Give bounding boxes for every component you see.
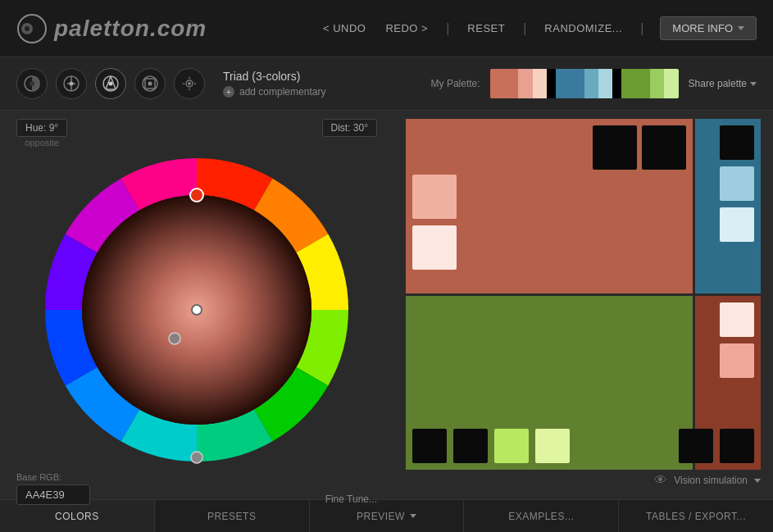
svg-point-16 [148,82,152,86]
tetrad-svg [141,75,159,93]
scheme-info: Triad (3-colors) + add complementary [223,70,325,98]
palette-color-6 [584,69,598,98]
palette-color-5 [556,69,584,98]
mini-swatch-green-light [494,429,529,463]
tab-tables-label: TABLES / EXPORT... [646,511,746,522]
palette-strip[interactable] [490,69,679,98]
settings-svg [180,75,198,93]
mini-swatch-green-black-1 [412,429,447,463]
undo-button[interactable]: < UNDO [321,19,367,38]
more-info-button[interactable]: MORE INFO [660,16,757,40]
more-info-label: MORE INFO [672,22,733,34]
nav-divider2: | [523,21,526,36]
mini-swatch-teal-black [720,125,754,160]
nav-divider1: | [446,21,449,36]
my-palette-label: My Palette: [431,78,480,89]
primary-marker[interactable] [190,189,203,202]
tool-triad-icon[interactable] [95,68,126,99]
hue-control: Hue: 9° opposite [16,119,67,148]
wheel-center-dot [192,305,202,315]
mini-swatch-black-1 [593,125,637,170]
tool-settings-icon[interactable] [174,68,205,99]
mini-swatch-brown-light-1 [720,302,754,337]
chevron-down-icon [738,26,744,30]
color-wheel-svg [41,154,352,466]
logo-italic: paletton [54,16,150,41]
main-content: Hue: 9° opposite Dist: 30° [0,111,773,499]
swatch-main-terracotta [406,119,693,293]
tab-examples[interactable]: EXAMPLES... [464,500,619,532]
logo-text: paletton.com [54,16,207,42]
nav-divider3: | [640,21,643,36]
base-rgb-group: Base RGB: AA4E39 [16,472,90,505]
vision-simulation-label[interactable]: Vision simulation [674,475,748,486]
left-panel: Hue: 9° opposite Dist: 30° [0,111,393,499]
toolbar: Triad (3-colors) + add complementary My … [0,57,773,111]
tab-tables[interactable]: TABLES / EXPORT... [619,500,773,532]
header: paletton.com < UNDO REDO > | RESET | RAN… [0,0,773,57]
adjacent-svg [62,75,80,93]
triad-svg [102,75,120,93]
plus-icon: + [223,86,234,98]
mini-swatch-lighter-1 [412,225,457,270]
share-palette-button[interactable]: Share palette [689,78,757,89]
mini-swatch-green-black-2 [453,429,488,463]
scheme-title: Triad (3-colors) [223,70,325,83]
eye-icon: 👁 [654,473,667,488]
swatch-block-terracotta[interactable] [406,119,693,293]
palette-strip-area: My Palette: Share palette [431,69,757,98]
svg-point-18 [188,82,191,85]
tab-examples-label: EXAMPLES... [508,511,574,522]
vision-bar: 👁 Vision simulation [406,473,761,488]
palette-color-9 [621,69,650,98]
mini-swatch-brown-light-2 [720,343,754,378]
hue-sub-label: opposite [16,138,67,148]
palette-color-2 [518,69,532,98]
mono-svg [23,75,41,93]
mini-swatch-brown-black-1 [720,429,754,463]
randomize-button[interactable]: RANDOMIZE... [543,19,624,38]
swatch-block-teal[interactable] [695,119,761,293]
fine-tune-button[interactable]: Fine Tune... [325,493,377,505]
swatches-container [406,119,761,470]
dist-control: Dist: 30° [322,119,377,148]
gray-marker1[interactable] [169,333,180,344]
hue-box[interactable]: Hue: 9° [16,119,67,137]
reset-button[interactable]: RESET [466,19,507,38]
mini-swatch-black-2 [642,125,686,170]
color-wheel-container[interactable] [41,154,352,466]
dist-box[interactable]: Dist: 30° [322,119,377,137]
redo-button[interactable]: REDO > [384,19,430,38]
palette-color-10 [650,69,664,98]
palette-color-4 [547,69,555,98]
gray-marker2[interactable] [191,452,202,463]
tab-presets-label: PRESETS [207,511,257,522]
preview-chevron-icon [410,514,416,518]
svg-point-8 [70,82,74,86]
palette-color-1 [490,69,519,98]
mini-swatch-brown-black-2 [679,429,713,463]
base-rgb-label: Base RGB: [16,472,90,482]
palette-color-3 [533,69,547,98]
swatch-block-green[interactable] [406,296,693,471]
svg-point-4 [30,81,34,86]
share-chevron-icon [750,82,757,86]
base-rgb-value[interactable]: AA4E39 [16,484,90,505]
mini-swatch-teal-light [720,166,754,201]
tab-colors-label: COLORS [55,511,99,522]
mini-swatch-light-1 [412,175,457,219]
swatch-block-brown[interactable] [695,296,761,471]
logo: paletton.com [16,13,207,44]
mini-swatch-green-lighter [535,429,570,463]
palette-color-8 [612,69,621,98]
tool-mono-icon[interactable] [16,68,48,99]
mini-swatch-teal-lighter [720,207,754,242]
right-panel: 👁 Vision simulation [393,111,773,499]
hue-dist-row: Hue: 9° opposite Dist: 30° [16,119,377,148]
palette-color-11 [664,69,678,98]
add-complementary-label: add complementary [239,86,325,98]
header-nav: < UNDO REDO > | RESET | RANDOMIZE... | M… [321,16,757,40]
tool-adjacent-icon[interactable] [56,68,87,99]
tool-tetrad-icon[interactable] [134,68,166,99]
add-complementary-button[interactable]: + add complementary [223,86,325,98]
